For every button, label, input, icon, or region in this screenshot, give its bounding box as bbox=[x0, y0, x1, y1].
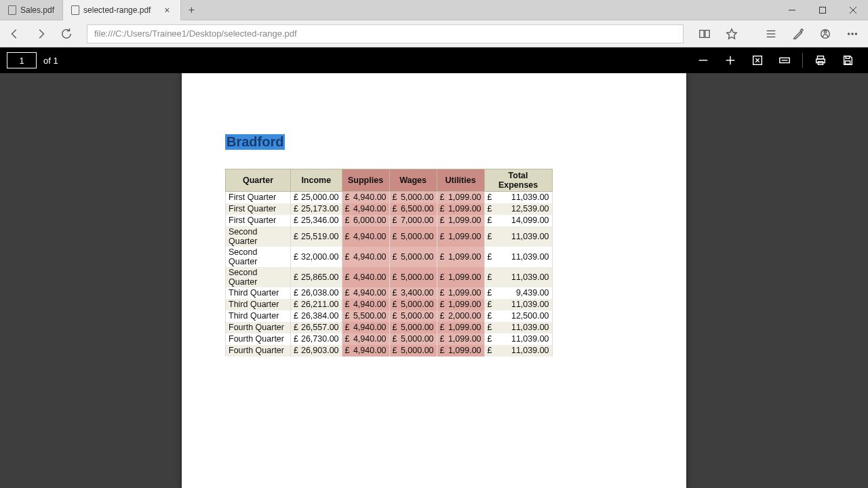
cell: £1,099.00 bbox=[437, 203, 484, 215]
cell: First Quarter bbox=[226, 203, 291, 215]
svg-point-8 bbox=[824, 30, 827, 33]
save-button[interactable] bbox=[834, 47, 861, 73]
cell: £4,940.00 bbox=[342, 287, 389, 299]
cell: £32,000.00 bbox=[291, 247, 342, 267]
cell: £1,099.00 bbox=[437, 322, 484, 333]
cell: £25,519.00 bbox=[291, 226, 342, 247]
th-income: Income bbox=[291, 169, 342, 192]
new-tab-button[interactable]: + bbox=[181, 0, 201, 20]
cell: £26,730.00 bbox=[291, 333, 342, 345]
cell: £4,940.00 bbox=[342, 203, 389, 215]
table-row: Fourth Quarter£26,903.00£4,940.00£5,000.… bbox=[226, 345, 553, 357]
document-icon bbox=[8, 5, 16, 15]
zoom-out-button[interactable] bbox=[690, 47, 717, 73]
cell: £4,940.00 bbox=[342, 192, 389, 203]
th-total: Total Expenses bbox=[484, 169, 552, 192]
back-button[interactable] bbox=[4, 23, 26, 45]
table-row: Third Quarter£26,038.00£4,940.00£3,400.0… bbox=[226, 287, 553, 299]
cell: £11,039.00 bbox=[484, 192, 552, 203]
cell: £1,099.00 bbox=[437, 333, 484, 345]
svg-rect-23 bbox=[846, 56, 849, 59]
table-row: Fourth Quarter£26,730.00£4,940.00£5,000.… bbox=[226, 333, 553, 345]
cell: £26,384.00 bbox=[291, 310, 342, 322]
more-icon[interactable] bbox=[841, 22, 864, 45]
svg-point-9 bbox=[848, 33, 850, 34]
cell: Third Quarter bbox=[226, 287, 291, 299]
forward-button[interactable] bbox=[30, 23, 52, 45]
table-row: Third Quarter£26,384.00£5,500.00£5,000.0… bbox=[226, 310, 553, 322]
page-count-label: of 1 bbox=[43, 56, 58, 66]
tab-selected-range[interactable]: selected-range.pdf × bbox=[63, 0, 181, 20]
cell: £5,000.00 bbox=[389, 345, 437, 357]
reading-view-icon[interactable] bbox=[693, 22, 716, 45]
cell: £5,000.00 bbox=[389, 247, 437, 267]
cell: £11,039.00 bbox=[484, 345, 552, 357]
cell: £26,557.00 bbox=[291, 322, 342, 333]
cell: £1,099.00 bbox=[437, 345, 484, 357]
notes-icon[interactable] bbox=[787, 22, 810, 45]
cell: £11,039.00 bbox=[484, 333, 552, 345]
cell: £25,000.00 bbox=[291, 192, 342, 203]
tab-sales[interactable]: Sales.pdf bbox=[0, 0, 63, 20]
cell: £11,039.00 bbox=[484, 267, 552, 287]
cell: £1,099.00 bbox=[437, 287, 484, 299]
table-row: First Quarter£25,000.00£4,940.00£5,000.0… bbox=[226, 192, 553, 203]
cell: £4,940.00 bbox=[342, 299, 389, 310]
cell: £5,000.00 bbox=[389, 267, 437, 287]
cell: £5,000.00 bbox=[389, 322, 437, 333]
fit-width-button[interactable] bbox=[771, 47, 798, 73]
cell: £11,039.00 bbox=[484, 247, 552, 267]
cell: £14,099.00 bbox=[484, 215, 552, 226]
cell: £7,000.00 bbox=[389, 215, 437, 226]
svg-rect-24 bbox=[845, 61, 850, 64]
table-row: First Quarter£25,346.00£6,000.00£7,000.0… bbox=[226, 215, 553, 226]
cell: £5,000.00 bbox=[389, 310, 437, 322]
cell: £3,400.00 bbox=[389, 287, 437, 299]
share-icon[interactable] bbox=[814, 22, 837, 45]
cell: Second Quarter bbox=[226, 226, 291, 247]
cell: Fourth Quarter bbox=[226, 322, 291, 333]
cell: £26,903.00 bbox=[291, 345, 342, 357]
cell: Fourth Quarter bbox=[226, 333, 291, 345]
cell: Third Quarter bbox=[226, 310, 291, 322]
cell: £1,099.00 bbox=[437, 247, 484, 267]
cell: £2,000.00 bbox=[437, 310, 484, 322]
table-row: Third Quarter£26,211.00£4,940.00£5,000.0… bbox=[226, 299, 553, 310]
cell: £25,865.00 bbox=[291, 267, 342, 287]
cell: £4,940.00 bbox=[342, 333, 389, 345]
svg-point-11 bbox=[855, 33, 856, 34]
cell: Third Quarter bbox=[226, 299, 291, 310]
tab-label: Sales.pdf bbox=[20, 5, 54, 15]
pdf-viewer[interactable]: Bradford Quarter Income Supplies Wages U… bbox=[0, 73, 868, 488]
zoom-in-button[interactable] bbox=[717, 47, 744, 73]
print-button[interactable] bbox=[807, 47, 834, 73]
url-input[interactable] bbox=[87, 24, 684, 43]
table-row: Second Quarter£25,865.00£4,940.00£5,000.… bbox=[226, 267, 553, 287]
close-tab-icon[interactable]: × bbox=[161, 5, 172, 16]
maximize-button[interactable] bbox=[807, 0, 837, 20]
cell: Second Quarter bbox=[226, 247, 291, 267]
close-window-button[interactable] bbox=[837, 0, 868, 20]
cell: £4,940.00 bbox=[342, 267, 389, 287]
cell: First Quarter bbox=[226, 192, 291, 203]
cell: £26,211.00 bbox=[291, 299, 342, 310]
cell: £11,039.00 bbox=[484, 322, 552, 333]
table-header-row: Quarter Income Supplies Wages Utilities … bbox=[226, 169, 553, 192]
tab-label: selected-range.pdf bbox=[83, 5, 151, 15]
cell: £25,173.00 bbox=[291, 203, 342, 215]
hub-icon[interactable] bbox=[760, 22, 783, 45]
page-number-input[interactable] bbox=[7, 52, 37, 68]
data-table: Quarter Income Supplies Wages Utilities … bbox=[225, 169, 553, 357]
minimize-button[interactable] bbox=[776, 0, 807, 20]
cell: £26,038.00 bbox=[291, 287, 342, 299]
fit-page-button[interactable] bbox=[744, 47, 771, 73]
cell: £6,000.00 bbox=[342, 215, 389, 226]
table-row: Fourth Quarter£26,557.00£4,940.00£5,000.… bbox=[226, 322, 553, 333]
pdf-page: Bradford Quarter Income Supplies Wages U… bbox=[182, 73, 686, 488]
cell: Second Quarter bbox=[226, 267, 291, 287]
cell: £5,000.00 bbox=[389, 299, 437, 310]
favorite-icon[interactable] bbox=[720, 22, 743, 45]
refresh-button[interactable] bbox=[56, 23, 77, 45]
pdf-toolbar: of 1 bbox=[0, 47, 868, 73]
tab-bar: Sales.pdf selected-range.pdf × + bbox=[0, 0, 868, 20]
